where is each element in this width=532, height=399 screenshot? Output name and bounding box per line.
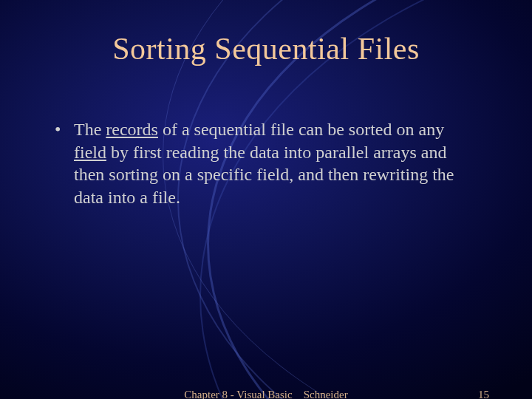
footer-author: Schneider: [304, 389, 348, 399]
footer-center: Chapter 8 - Visual Basic Schneider: [184, 389, 347, 399]
bullet-text-pre: The: [74, 120, 106, 139]
footer-page-number: 15: [478, 389, 489, 399]
footer-chapter: Chapter 8 - Visual Basic: [184, 389, 292, 399]
bullet-text-post: by first reading the data into parallel …: [74, 143, 454, 207]
slide-title: Sorting Sequential Files: [44, 31, 488, 66]
bullet-text-mid1: of a sequential file can be sorted on an…: [158, 120, 444, 139]
slide-container: Sorting Sequential Files The records of …: [0, 0, 532, 399]
bullet-underline-records: records: [106, 120, 158, 139]
slide-body: The records of a sequential file can be …: [44, 118, 488, 384]
bullet-underline-field: field: [74, 143, 106, 162]
bullet-item: The records of a sequential file can be …: [44, 118, 488, 209]
